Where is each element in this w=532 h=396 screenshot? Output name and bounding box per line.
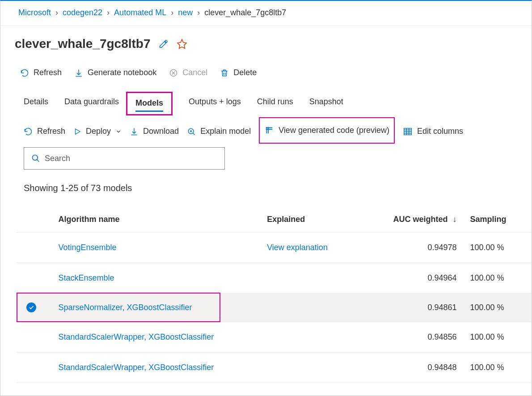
edit-icon[interactable] [159, 39, 169, 49]
highlight-view-code: View generated code (preview) [259, 117, 395, 144]
checkmark-icon [28, 304, 34, 311]
auc-value: 0.94978 [390, 233, 470, 263]
auc-value: 0.94856 [390, 322, 470, 353]
favorite-icon[interactable] [177, 38, 187, 49]
download-label: Download [143, 127, 179, 136]
title-row: clever_whale_7gc8ltb7 [0, 26, 532, 55]
download-button[interactable]: Download [130, 127, 179, 136]
page-title: clever_whale_7gc8ltb7 [15, 37, 151, 51]
algorithm-link[interactable]: VotingEnsemble [58, 243, 116, 252]
tab-outputs-logs[interactable]: Outputs + logs [189, 97, 241, 113]
main-toolbar: Refresh Generate notebook Cancel Delete [0, 55, 532, 82]
cancel-button: Cancel [169, 68, 207, 77]
breadcrumb-item-current: clever_whale_7gc8ltb7 [204, 8, 286, 17]
algorithm-link[interactable]: StandardScalerWrapper, XGBoostClassifier [58, 363, 214, 372]
deploy-label: Deploy [86, 127, 111, 136]
tabs: Details Data guardrails Models Outputs +… [0, 82, 532, 113]
row-select[interactable] [26, 242, 36, 251]
explanation-cell [267, 263, 390, 294]
svg-point-3 [33, 155, 38, 161]
row-select[interactable] [26, 272, 36, 282]
row-select[interactable] [26, 331, 36, 341]
generate-notebook-label: Generate notebook [88, 68, 156, 77]
table-row[interactable]: StandardScalerWrapper, XGBoostClassifier… [17, 353, 532, 383]
column-header-sampling[interactable]: Sampling [470, 207, 532, 233]
refresh-label: Refresh [34, 68, 62, 77]
refresh-models-button[interactable]: Refresh [24, 127, 65, 136]
deploy-button[interactable]: Deploy [73, 127, 122, 136]
breadcrumb-item[interactable]: Microsoft [18, 8, 51, 17]
view-generated-code-button[interactable]: View generated code (preview) [264, 125, 389, 135]
tab-snapshot[interactable]: Snapshot [309, 97, 343, 113]
table-row[interactable]: VotingEnsemble View explanation 0.94978 … [17, 233, 532, 263]
sampling-value: 100.00 % [470, 263, 532, 294]
delete-button[interactable]: Delete [220, 68, 257, 77]
table-row[interactable]: SparseNormalizer, XGBoostClassifier 0.94… [17, 294, 532, 322]
tab-child-runs[interactable]: Child runs [257, 97, 293, 113]
algorithm-link[interactable]: SparseNormalizer, XGBoostClassifier [58, 303, 192, 312]
sort-descending-icon: ↓ [453, 215, 457, 224]
explain-model-button[interactable]: Explain model [187, 127, 251, 136]
explanation-cell [267, 353, 390, 383]
column-header-select[interactable] [17, 207, 45, 233]
sampling-value: 100.00 % [470, 322, 532, 353]
auc-value: 0.94848 [390, 353, 470, 383]
tab-models[interactable]: Models [135, 98, 163, 112]
tab-data-guardrails[interactable]: Data guardrails [64, 97, 119, 113]
generate-notebook-button[interactable]: Generate notebook [74, 68, 156, 77]
sampling-value: 100.00 % [470, 294, 532, 322]
chevron-right-icon: › [55, 8, 58, 17]
sampling-value: 100.00 % [470, 233, 532, 263]
search-icon [31, 154, 40, 163]
search-box[interactable] [24, 147, 225, 170]
edit-columns-label: Edit columns [417, 127, 463, 136]
table-row[interactable]: StandardScalerWrapper, XGBoostClassifier… [17, 322, 532, 353]
row-select[interactable] [26, 302, 36, 312]
explanation-link[interactable]: View explanation [267, 243, 328, 252]
column-header-auc-label: AUC weighted [393, 215, 448, 224]
algorithm-link[interactable]: StandardScalerWrapper, XGBoostClassifier [58, 332, 214, 341]
chevron-right-icon: › [197, 8, 200, 17]
sampling-value: 100.00 % [470, 353, 532, 383]
tab-details[interactable]: Details [24, 97, 48, 113]
search-input[interactable] [45, 154, 217, 163]
breadcrumb-item[interactable]: codegen22 [63, 8, 102, 17]
auc-value: 0.94861 [390, 294, 470, 322]
results-count: Showing 1-25 of 73 models [0, 170, 532, 198]
chevron-down-icon [115, 128, 122, 135]
delete-label: Delete [233, 68, 257, 77]
models-table: Algorithm name Explained AUC weighted ↓ … [17, 207, 532, 383]
chevron-right-icon: › [107, 8, 110, 17]
view-generated-code-label: View generated code (preview) [279, 126, 389, 135]
edit-columns-button[interactable]: Edit columns [403, 127, 463, 136]
refresh-button[interactable]: Refresh [20, 68, 62, 77]
breadcrumb-item[interactable]: new [178, 8, 193, 17]
algorithm-link[interactable]: StackEnsemble [58, 273, 114, 282]
auc-value: 0.94964 [390, 263, 470, 294]
refresh-models-label: Refresh [37, 127, 65, 136]
explain-model-label: Explain model [200, 127, 251, 136]
cancel-label: Cancel [182, 68, 207, 77]
breadcrumb-item[interactable]: Automated ML [114, 8, 166, 17]
explanation-cell [267, 294, 390, 322]
table-row[interactable]: StackEnsemble 0.94964 100.00 % [17, 263, 532, 294]
explanation-cell [267, 322, 390, 353]
chevron-right-icon: › [171, 8, 173, 17]
column-header-auc[interactable]: AUC weighted ↓ [390, 207, 470, 233]
breadcrumb: Microsoft › codegen22 › Automated ML › n… [0, 1, 532, 26]
models-toolbar: Refresh Deploy Download Explain model Vi… [0, 113, 532, 138]
column-header-algorithm[interactable]: Algorithm name [45, 207, 267, 233]
highlight-models-tab: Models [126, 92, 173, 115]
column-header-explained[interactable]: Explained [267, 207, 390, 233]
row-select[interactable] [26, 362, 36, 371]
